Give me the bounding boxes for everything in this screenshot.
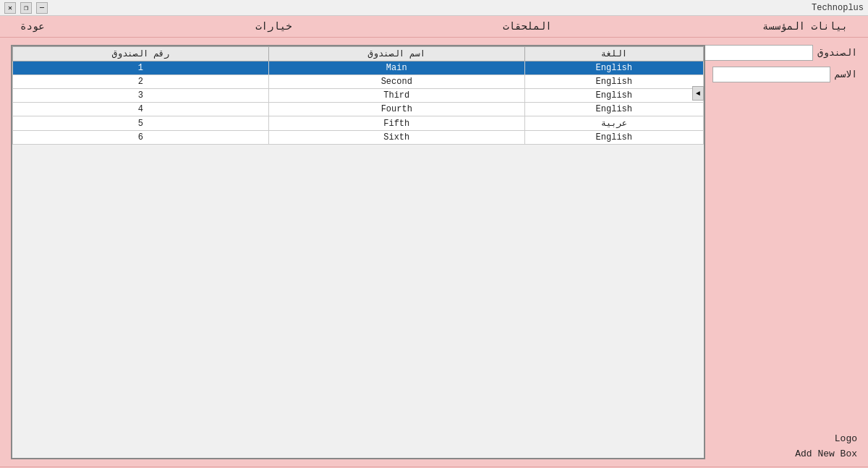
cell-number: 4 (13, 103, 269, 116)
right-panel: الصندوق الاسم Logo Add New Box (712, 45, 857, 459)
cell-language: English (524, 89, 703, 103)
table-row[interactable]: 4 Fourth English (13, 103, 704, 116)
cell-number: 2 (13, 75, 269, 89)
cell-name: Fourth (268, 103, 524, 116)
col-box-number: رقم الصندوق (13, 47, 269, 61)
add-new-box-link[interactable]: Add New Box (795, 448, 857, 459)
nav-options[interactable]: خيارات (250, 19, 298, 34)
cell-number: 5 (13, 116, 269, 131)
cell-language: English (524, 75, 703, 89)
table-row[interactable]: 5 Fifth عربية (13, 116, 704, 131)
restore-button[interactable]: ❐ (20, 2, 32, 14)
cell-name: Main (268, 61, 524, 75)
cell-name: Third (268, 89, 524, 103)
name-label: الاسم (835, 69, 857, 80)
minimize-button[interactable]: — (36, 2, 48, 14)
cell-number: 1 (13, 61, 269, 75)
table-row[interactable]: 6 Sixth English (13, 131, 704, 145)
cell-language: English (524, 103, 703, 116)
logo-link[interactable]: Logo (835, 433, 857, 444)
cell-number: 6 (13, 131, 269, 145)
table-row[interactable]: 1 Main English (13, 61, 704, 75)
table-container: رقم الصندوق اسم الصندوق اللغة 1 Main Eng… (11, 45, 705, 459)
col-language: اللغة (524, 47, 703, 61)
right-panel-actions: Logo Add New Box (712, 433, 857, 459)
box-label: الصندوق (817, 47, 857, 59)
cell-name: Fifth (268, 116, 524, 131)
box-input[interactable] (697, 45, 813, 61)
table-row[interactable]: 3 Third English (13, 89, 704, 103)
window-controls[interactable]: ✕ ❐ — (4, 2, 48, 14)
box-field-row: الصندوق (712, 45, 857, 61)
title-bar: ✕ ❐ — Technoplus (0, 0, 868, 16)
nav-attachments[interactable]: الملحقات (497, 19, 557, 34)
app-title: Technoplus (812, 3, 864, 13)
cell-language: عربية (524, 116, 703, 131)
table-row[interactable]: 2 Second English (13, 75, 704, 89)
cell-name: Sixth (268, 131, 524, 145)
name-field-row: الاسم (712, 67, 857, 82)
cell-number: 3 (13, 89, 269, 103)
boxes-table: رقم الصندوق اسم الصندوق اللغة 1 Main Eng… (12, 46, 704, 145)
close-button[interactable]: ✕ (4, 2, 16, 14)
main-content: الصندوق الاسم Logo Add New Box رقم الصند… (0, 38, 868, 467)
cell-name: Second (268, 75, 524, 89)
top-nav: بيانات المؤسسة الملحقات خيارات عودة (0, 16, 868, 38)
center-panel: رقم الصندوق اسم الصندوق اللغة 1 Main Eng… (11, 45, 705, 459)
col-box-name: اسم الصندوق (268, 47, 524, 61)
cell-language: English (524, 61, 703, 75)
cell-language: English (524, 131, 703, 145)
scroll-left-arrow[interactable]: ◄ (692, 86, 704, 101)
nav-company-data[interactable]: بيانات المؤسسة (757, 19, 854, 34)
nav-back[interactable]: عودة (14, 19, 51, 34)
name-input[interactable] (712, 67, 830, 82)
